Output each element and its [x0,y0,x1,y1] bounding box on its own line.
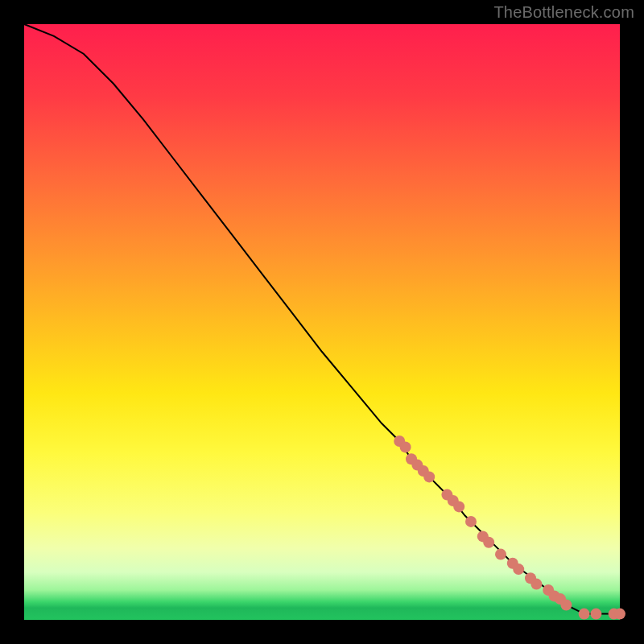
data-marker [495,549,506,560]
marker-group [394,436,625,620]
plot-area [24,24,620,620]
data-marker [483,537,494,548]
watermark-text: TheBottleneck.com [493,3,634,22]
data-marker [513,564,524,575]
data-marker [530,579,542,590]
data-marker [423,471,435,482]
data-marker [579,609,590,620]
data-marker [560,600,572,611]
chart-svg [24,24,620,620]
data-marker [453,501,464,512]
chart-frame: TheBottleneck.com [0,0,644,644]
data-marker [614,609,625,620]
data-marker [400,441,411,452]
data-marker [590,609,601,620]
curve-line [24,24,620,614]
data-marker [465,516,477,527]
